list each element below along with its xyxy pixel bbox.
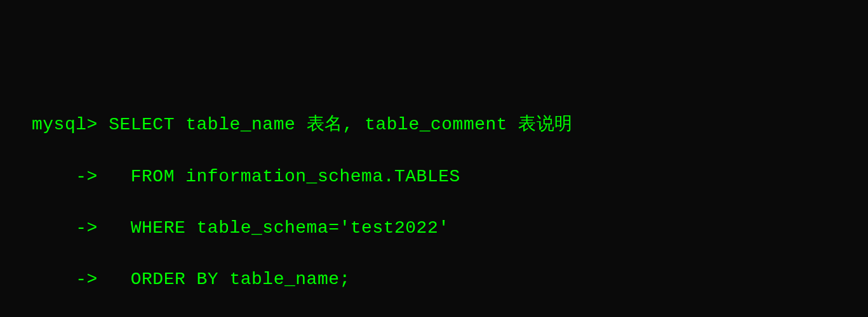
continuation-prompt: -> [32, 218, 98, 238]
query-line-4: -> ORDER BY table_name; [32, 267, 836, 293]
query-line-3: -> WHERE table_schema='test2022' [32, 216, 836, 242]
mysql-prompt: mysql> [32, 115, 98, 134]
continuation-prompt: -> [32, 269, 98, 289]
sql-where: WHERE table_schema='test2022' [98, 218, 450, 238]
query-line-1: mysql> SELECT table_name 表名, table_comme… [32, 112, 836, 138]
sql-select: SELECT table_name 表名, table_comment 表说明 [98, 115, 573, 134]
sql-from: FROM information_schema.TABLES [98, 167, 460, 186]
sql-order: ORDER BY table_name; [98, 269, 351, 289]
continuation-prompt: -> [32, 167, 98, 186]
query-line-2: -> FROM information_schema.TABLES [32, 164, 836, 190]
